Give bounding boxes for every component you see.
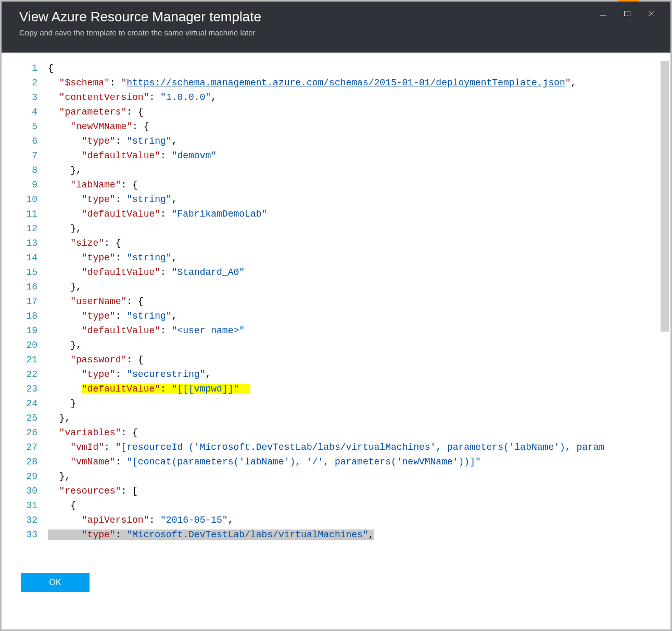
token-txt: : { (126, 296, 143, 307)
scrollbar-vertical[interactable] (661, 61, 669, 332)
code-line[interactable]: 1{ (3, 61, 669, 75)
code-line[interactable]: 31 { (3, 498, 669, 513)
token-txt: : (160, 384, 172, 394)
maximize-button[interactable] (615, 6, 639, 21)
code-line[interactable]: 12 }, (3, 221, 669, 236)
token-key: "type" (82, 529, 116, 540)
svg-rect-1 (625, 11, 630, 16)
line-number: 5 (3, 119, 48, 134)
code-line[interactable]: 30 "resources": [ (3, 484, 669, 498)
code-line[interactable]: 5 "newVMName": { (3, 119, 669, 134)
dialog-subtitle: Copy and save the template to create the… (19, 28, 653, 37)
code-editor[interactable]: 1{2 "$schema": "https://schema.managemen… (3, 53, 669, 586)
minimize-button[interactable] (591, 6, 615, 21)
code-line[interactable]: 10 "type": "string", (3, 192, 669, 207)
code-line[interactable]: 29 }, (3, 469, 669, 484)
token-key: "size" (70, 238, 104, 248)
token-txt: , (369, 529, 374, 540)
token-txt: : (149, 515, 160, 525)
token-str: "securestring" (126, 369, 205, 380)
token-txt: } (70, 398, 76, 409)
token-txt: , (571, 78, 577, 88)
token-txt: : [ (121, 486, 137, 496)
line-number: 28 (3, 455, 48, 469)
line-number: 21 (3, 352, 48, 367)
dialog-title: View Azure Resource Manager template (19, 9, 653, 25)
code-line[interactable]: 27 "vmId": "[resourceId ('Microsoft.DevT… (3, 440, 669, 455)
token-txt: }, (70, 223, 82, 234)
token-txt: : (160, 150, 172, 161)
token-key: "vmId" (70, 442, 104, 452)
code-line[interactable]: 11 "defaultValue": "FabrikamDemoLab" (3, 207, 669, 221)
code-line[interactable]: 22 "type": "securestring", (3, 367, 669, 382)
token-txt: : (160, 267, 172, 277)
token-key: " (565, 78, 571, 88)
token-txt: }, (70, 165, 82, 175)
code-line[interactable]: 3 "contentVersion": "1.0.0.0", (3, 90, 669, 105)
token-txt: , (172, 253, 177, 263)
token-txt: }, (59, 413, 71, 423)
token-key: "labName" (70, 180, 121, 190)
code-line[interactable]: 8 }, (3, 163, 669, 178)
token-txt: , (172, 136, 177, 146)
token-str: "<user name>" (172, 325, 245, 336)
code-line[interactable]: 15 "defaultValue": "Standard_A0" (3, 265, 669, 280)
token-key: "parameters" (59, 107, 127, 117)
token-key: "defaultValue" (82, 150, 160, 161)
code-line[interactable]: 24 } (3, 396, 669, 411)
code-line[interactable]: 13 "size": { (3, 236, 669, 250)
token-key: "defaultValue" (82, 267, 160, 277)
line-number: 32 (3, 513, 48, 527)
close-button[interactable] (639, 6, 663, 21)
token-txt: : { (104, 238, 121, 248)
code-line[interactable]: 23 "defaultValue": "[[[vmpwd]]" (3, 382, 669, 396)
code-line[interactable]: 18 "type": "string", (3, 309, 669, 323)
line-number: 18 (3, 309, 48, 323)
code-line[interactable]: 7 "defaultValue": "demovm" (3, 148, 669, 163)
token-key: "vmName" (70, 457, 115, 467)
code-line[interactable]: 25 }, (3, 411, 669, 425)
code-line[interactable]: 20 }, (3, 338, 669, 352)
token-str: "1.0.0.0" (160, 92, 211, 103)
token-str: "string" (126, 311, 171, 321)
code-line[interactable]: 17 "userName": { (3, 294, 669, 309)
token-str: "string" (126, 194, 171, 205)
line-number: 30 (3, 484, 48, 498)
token-txt: : (116, 253, 127, 263)
code-line[interactable]: 33 "type": "Microsoft.DevTestLab/labs/vi… (3, 527, 669, 542)
code-line[interactable]: 19 "defaultValue": "<user name>" (3, 323, 669, 338)
code-line[interactable]: 14 "type": "string", (3, 250, 669, 265)
token-key: "contentVersion" (59, 92, 149, 103)
token-key: "password" (70, 355, 126, 365)
token-txt: : (116, 136, 127, 146)
line-number: 7 (3, 148, 48, 163)
token-txt: : (104, 442, 116, 452)
code-line[interactable]: 28 "vmName": "[concat(parameters('labNam… (3, 455, 669, 469)
token-str: "[concat(parameters('labName'), '/', par… (126, 457, 481, 467)
ok-button[interactable]: OK (21, 573, 90, 592)
token-txt: { (48, 63, 54, 73)
token-txt: : (116, 311, 127, 321)
line-number: 15 (3, 265, 48, 280)
code-line[interactable]: 9 "labName": { (3, 178, 669, 192)
token-key: "resources" (59, 486, 121, 496)
line-number: 17 (3, 294, 48, 309)
window-buttons (591, 6, 663, 21)
token-txt: : (116, 369, 127, 380)
code-line[interactable]: 16 }, (3, 280, 669, 294)
dialog-footer: OK (3, 561, 669, 628)
token-txt: : { (132, 121, 149, 132)
line-number: 3 (3, 90, 48, 105)
code-line[interactable]: 2 "$schema": "https://schema.management.… (3, 75, 669, 90)
code-line[interactable]: 6 "type": "string", (3, 134, 669, 148)
code-line[interactable]: 4 "parameters": { (3, 105, 669, 119)
code-line[interactable]: 26 "variables": { (3, 425, 669, 440)
line-number: 6 (3, 134, 48, 148)
line-number: 33 (3, 527, 48, 542)
code-line[interactable]: 21 "password": { (3, 352, 669, 367)
line-number: 13 (3, 236, 48, 250)
code-line[interactable]: 32 "apiVersion": "2016-05-15", (3, 513, 669, 527)
titlebar: View Azure Resource Manager template Cop… (2, 2, 670, 53)
line-number: 27 (3, 440, 48, 455)
token-txt: : (160, 325, 172, 336)
